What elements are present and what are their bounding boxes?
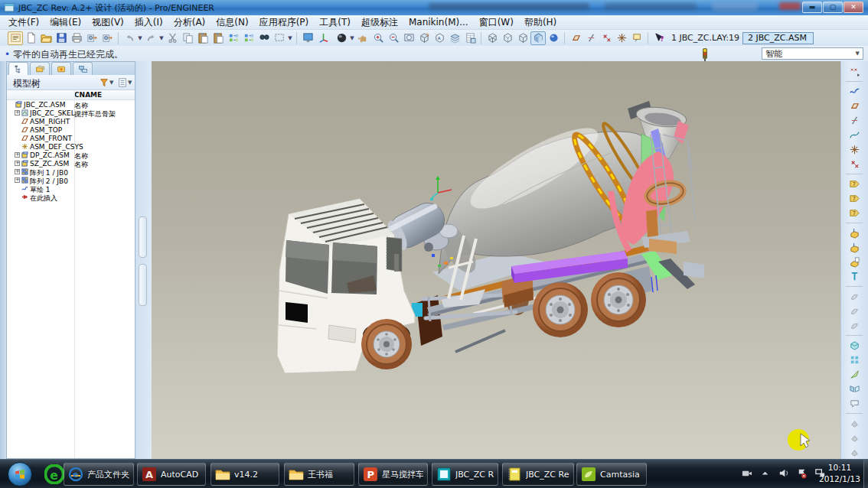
tree-item[interactable]: 在此插入	[7, 193, 135, 201]
layers-icon[interactable]	[447, 31, 462, 45]
model-copy-icon[interactable]	[84, 31, 100, 45]
tree-item[interactable]: +阵列 2 / JB0	[7, 176, 135, 184]
select-box-icon[interactable]	[272, 31, 287, 45]
help-pointer-icon[interactable]	[651, 31, 667, 45]
paste-special-icon[interactable]	[210, 31, 226, 45]
titlebar[interactable]: JBC_ZC Rev: A.2+ 设计 (活动的) - Pro/ENGINEER…	[0, 0, 868, 15]
save-icon[interactable]	[54, 31, 69, 45]
menu-3[interactable]: 视图(V)	[86, 15, 129, 30]
datum-point-icon[interactable]	[846, 157, 863, 171]
tree-filter-icon[interactable]	[99, 77, 109, 88]
gray1-icon[interactable]	[846, 431, 863, 445]
tree-item[interactable]: +SZ_ZC.ASM名称	[7, 159, 135, 168]
datum-axis-icon[interactable]	[583, 31, 599, 45]
menu-1[interactable]: 文件(F)	[3, 15, 44, 30]
swirl-icon[interactable]	[846, 304, 863, 318]
taskbar-button-4[interactable]: 王书福	[284, 463, 354, 486]
taskbar-button-3[interactable]: v14.2	[210, 463, 279, 486]
tree-item-label[interactable]: SZ_ZC.ASM	[30, 160, 69, 168]
scrollbar-thumb[interactable]	[139, 264, 147, 306]
expand-toggle[interactable]: +	[15, 152, 20, 158]
model-copy2-icon[interactable]	[100, 31, 115, 45]
menu-6[interactable]: 信息(N)	[210, 15, 253, 30]
cut-icon[interactable]	[165, 31, 180, 45]
tree-item-label[interactable]: JBC_ZC_SKEL.	[30, 109, 77, 117]
regeneration-traffic-light-icon[interactable]	[701, 47, 709, 61]
tree-item[interactable]: JBC_ZC.ASM名称	[7, 100, 135, 109]
layer-tag1-icon[interactable]	[846, 177, 863, 191]
view-manager-icon[interactable]	[462, 31, 478, 45]
scrollbar-segment[interactable]	[139, 216, 147, 258]
datum-csys-icon[interactable]	[614, 31, 629, 45]
hand-icon[interactable]	[355, 31, 370, 45]
cube-shaded-icon[interactable]	[530, 31, 546, 45]
recorder-icon[interactable]	[741, 467, 752, 479]
sketch-wave-icon[interactable]	[846, 84, 863, 99]
tree-display-icon[interactable]	[117, 77, 128, 88]
tree-item[interactable]: +阵列 1 / JB0	[7, 168, 135, 176]
saved-views-icon[interactable]	[432, 31, 447, 45]
menu-7[interactable]: 应用程序(P)	[254, 15, 315, 30]
curve-icon[interactable]	[846, 128, 863, 142]
mirror2-icon[interactable]	[846, 382, 863, 396]
realism-icon[interactable]	[546, 31, 561, 45]
open-icon[interactable]	[38, 31, 54, 45]
spin-center-icon[interactable]	[315, 31, 331, 45]
tree-item-label[interactable]: ASM_FRONT	[30, 135, 72, 142]
new-icon[interactable]	[23, 31, 38, 45]
tree-item-label[interactable]: 在此插入	[30, 194, 57, 203]
annotation-icon[interactable]	[629, 31, 644, 45]
pattern4-icon[interactable]	[846, 353, 863, 367]
tree-item[interactable]: ASM_DEF_CSYS	[7, 142, 135, 151]
tree-item[interactable]: 草绘 1	[7, 184, 135, 193]
zoom-in-icon[interactable]	[370, 31, 386, 45]
taskbar-button-6[interactable]: JBC_ZC Rev...	[432, 463, 498, 486]
minimize-button[interactable]: ▬	[802, 2, 822, 13]
graphics-viewport[interactable]	[152, 61, 840, 459]
expand-toggle[interactable]: +	[15, 161, 20, 166]
mixer-truck-model[interactable]	[152, 61, 840, 459]
cube-hidden-icon[interactable]	[500, 31, 515, 45]
taskbar-button-1[interactable]: 产品文件夹: ...	[64, 463, 134, 486]
note-icon[interactable]	[846, 396, 863, 411]
datum-plane-icon[interactable]	[846, 99, 863, 113]
tree-item-label[interactable]: ASM_TOP	[30, 126, 62, 134]
taskbar-button-8[interactable]: Camtasia St...	[576, 463, 647, 486]
gray1-icon[interactable]	[846, 445, 863, 460]
menu-8[interactable]: 工具(T)	[314, 15, 356, 30]
expand-toggle[interactable]: +	[15, 177, 20, 183]
extrude-icon[interactable]	[846, 226, 863, 240]
up-arrow-icon[interactable]	[759, 467, 771, 479]
tree-item[interactable]: +JBC_ZC_SKEL.搅拌车总骨架	[7, 109, 135, 117]
tree-item[interactable]: +DP_ZC.ASM名称	[7, 151, 135, 159]
swirl-icon[interactable]	[846, 289, 863, 304]
menu-4[interactable]: 插入(I)	[129, 15, 168, 30]
action-center-icon[interactable]	[796, 467, 808, 479]
revolve-icon[interactable]	[846, 269, 863, 284]
taskbar-button-2[interactable]: AutoCAD 2...	[137, 463, 206, 486]
sphere-icon[interactable]	[334, 31, 349, 45]
rear-wheel-1[interactable]	[533, 282, 588, 337]
panel-scrollbar[interactable]	[135, 61, 152, 459]
connections-tab[interactable]	[73, 62, 93, 75]
app-icon[interactable]	[4, 2, 15, 13]
favorites-tab[interactable]	[51, 62, 71, 75]
find-icon[interactable]	[256, 31, 272, 45]
menu-5[interactable]: 分析(A)	[168, 15, 211, 30]
regen-icon[interactable]	[226, 31, 241, 45]
datum-axis-icon[interactable]	[846, 113, 863, 128]
folder-browser-tab[interactable]	[30, 62, 50, 75]
menu-9[interactable]: 超级标注	[356, 15, 403, 30]
extrude2-icon[interactable]	[846, 240, 863, 255]
regen2-icon[interactable]	[241, 31, 256, 45]
tree-item-label[interactable]: DP_ZC.ASM	[30, 151, 70, 159]
taskbar-button-5[interactable]: 星马搅拌车...	[358, 463, 428, 486]
cube-wire-icon[interactable]	[485, 31, 500, 45]
datum-point-icon[interactable]	[599, 31, 614, 45]
taskbar-clock[interactable]: 10:11 2012/1/13	[817, 462, 862, 485]
redo-icon[interactable]	[143, 31, 158, 45]
expand-toggle[interactable]: +	[15, 110, 20, 115]
shell-icon[interactable]	[846, 338, 863, 353]
paste-icon[interactable]	[195, 31, 210, 45]
undo-icon[interactable]	[122, 31, 137, 45]
